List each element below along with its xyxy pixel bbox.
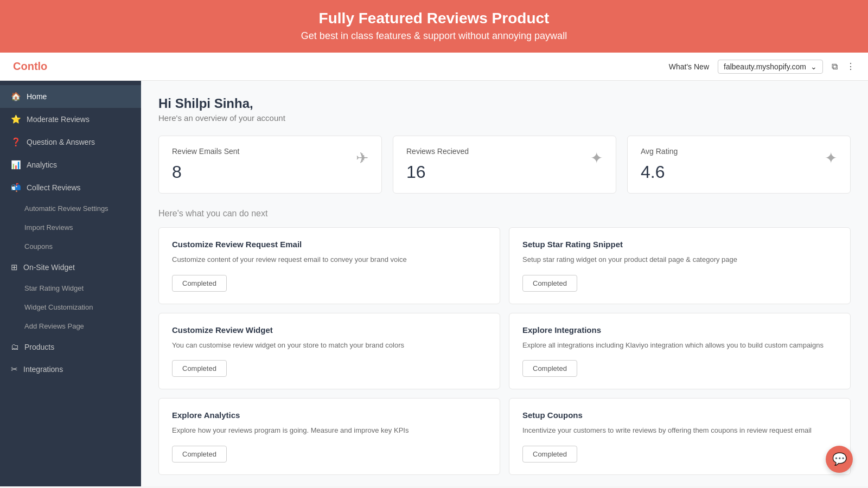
action-desc-2: You can customise review widget on your … [172,340,487,351]
sidebar-item-star-rating-widget[interactable]: Star Rating Widget [0,279,141,298]
sidebar-item-question-answers[interactable]: ❓ Question & Answers [0,131,141,153]
chat-bubble[interactable]: 💬 [826,446,853,473]
action-desc-5: Incentivize your customers to write revi… [522,425,837,436]
star-sparkle-icon: ✦ [590,149,603,167]
overview-label: Here's an overview of your account [158,113,851,123]
sidebar-item-automatic-review-settings[interactable]: Automatic Review Settings [0,199,141,218]
store-name: falbeauty.myshopify.com [724,62,806,71]
sidebar-label-auto-settings: Automatic Review Settings [24,204,108,213]
action-desc-1: Setup star rating widget on your product… [522,254,837,265]
action-card-integrations: Explore Integrations Explore all integra… [509,313,851,390]
sidebar-item-on-site-widget[interactable]: ⊞ On-Site Widget [0,256,141,279]
action-card-coupons: Setup Coupons Incentivize your customers… [509,398,851,475]
next-section-label: Here's what you can do next [158,209,851,219]
store-selector[interactable]: falbeauty.myshopify.com ⌄ [718,60,823,74]
rating-icon: ✦ [825,149,837,167]
banner-title: Fully Featured Reviews Product [11,10,857,27]
sidebar-label-qa: Question & Answers [27,138,95,146]
stat-value-emails: 8 [172,162,240,182]
main-content: Hi Shilpi Sinha, Here's an overview of y… [141,81,868,486]
completed-button-3[interactable]: Completed [522,360,577,377]
stat-card-reviews-received: Reviews Recieved 16 ✦ [393,136,616,194]
sidebar-label-star-widget: Star Rating Widget [24,284,84,292]
star-icon: ⭐ [11,114,21,124]
sidebar-item-analytics[interactable]: 📊 Analytics [0,153,141,176]
action-title-5: Setup Coupons [522,410,837,420]
header-right: What's New falbeauty.myshopify.com ⌄ ⧉ ⋮ [669,60,855,74]
sidebar-label-home: Home [27,92,47,101]
stat-label-reviews: Reviews Recieved [406,147,469,156]
sidebar-label-collect: Collect Reviews [27,183,81,192]
collect-icon: 📬 [11,183,21,192]
sidebar-label-coupons: Coupons [24,242,53,251]
action-title-3: Explore Integrations [522,325,837,335]
sidebar-item-integrations[interactable]: ✂ Integrations [0,358,141,381]
analytics-icon: 📊 [11,160,21,170]
sidebar-label-add-reviews: Add Reviews Page [24,322,84,330]
action-grid: Customize Review Request Email Customize… [158,227,851,475]
question-icon: ❓ [11,137,21,147]
app-layout: 🏠 Home ⭐ Moderate Reviews ❓ Question & A… [0,81,868,486]
action-card-review-widget: Customize Review Widget You can customis… [158,313,500,390]
action-card-customize-email: Customize Review Request Email Customize… [158,227,500,304]
products-icon: 🗂 [11,342,19,351]
whats-new-link[interactable]: What's New [669,62,709,71]
banner-subtitle: Get best in class features & support wit… [11,30,857,42]
action-title-0: Customize Review Request Email [172,240,487,249]
sidebar-item-coupons[interactable]: Coupons [0,237,141,256]
sidebar-item-collect-reviews[interactable]: 📬 Collect Reviews [0,176,141,199]
action-desc-4: Explore how your reviews program is goin… [172,425,487,436]
sidebar-label-widget-custom: Widget Customization [24,303,93,311]
top-banner: Fully Featured Reviews Product Get best … [0,0,868,53]
sidebar-item-moderate-reviews[interactable]: ⭐ Moderate Reviews [0,108,141,131]
stat-label-emails: Review Emails Sent [172,147,240,156]
sidebar-label-import: Import Reviews [24,223,73,232]
stat-card-avg-rating: Avg Rating 4.6 ✦ [627,136,851,194]
stat-label-avg: Avg Rating [641,147,678,156]
action-title-4: Explore Analytics [172,410,487,420]
sidebar-label-analytics: Analytics [27,160,57,169]
external-link-icon[interactable]: ⧉ [832,62,838,72]
sidebar-item-add-reviews-page[interactable]: Add Reviews Page [0,317,141,336]
action-desc-0: Customize content of your review request… [172,254,487,265]
integrations-icon: ✂ [11,364,18,374]
sidebar-item-home[interactable]: 🏠 Home [0,85,141,108]
stat-card-emails-sent: Review Emails Sent 8 ✈ [158,136,382,194]
sidebar: 🏠 Home ⭐ Moderate Reviews ❓ Question & A… [0,81,141,486]
greeting-title: Hi Shilpi Sinha, [158,96,851,111]
sidebar-item-products[interactable]: 🗂 Products [0,336,141,358]
sidebar-label-products: Products [24,343,54,351]
action-title-2: Customize Review Widget [172,325,487,335]
action-desc-3: Explore all integrations including Klavi… [522,340,837,351]
logo: Contlo [13,60,669,73]
sidebar-label-integrations: Integrations [23,365,63,374]
more-options-icon[interactable]: ⋮ [846,61,855,72]
stat-value-reviews: 16 [406,162,469,182]
action-card-star-snippet: Setup Star Rating Snippet Setup star rat… [509,227,851,304]
completed-button-1[interactable]: Completed [522,275,577,292]
chat-icon: 💬 [832,452,847,466]
completed-button-5[interactable]: Completed [522,446,577,463]
action-card-analytics: Explore Analytics Explore how your revie… [158,398,500,475]
completed-button-2[interactable]: Completed [172,360,227,377]
action-title-1: Setup Star Rating Snippet [522,240,837,249]
completed-button-0[interactable]: Completed [172,275,227,292]
completed-button-4[interactable]: Completed [172,446,227,463]
sidebar-item-import-reviews[interactable]: Import Reviews [0,218,141,237]
stat-value-avg: 4.6 [641,162,678,182]
stats-row: Review Emails Sent 8 ✈ Reviews Recieved … [158,136,851,194]
widget-icon: ⊞ [11,262,18,272]
sidebar-label-moderate: Moderate Reviews [27,115,90,124]
email-icon: ✈ [356,149,368,167]
header-bar: Contlo What's New falbeauty.myshopify.co… [0,53,868,81]
home-icon: 🏠 [11,92,21,101]
chevron-down-icon: ⌄ [810,62,817,71]
sidebar-item-widget-customization[interactable]: Widget Customization [0,298,141,317]
sidebar-label-widget: On-Site Widget [23,263,75,272]
